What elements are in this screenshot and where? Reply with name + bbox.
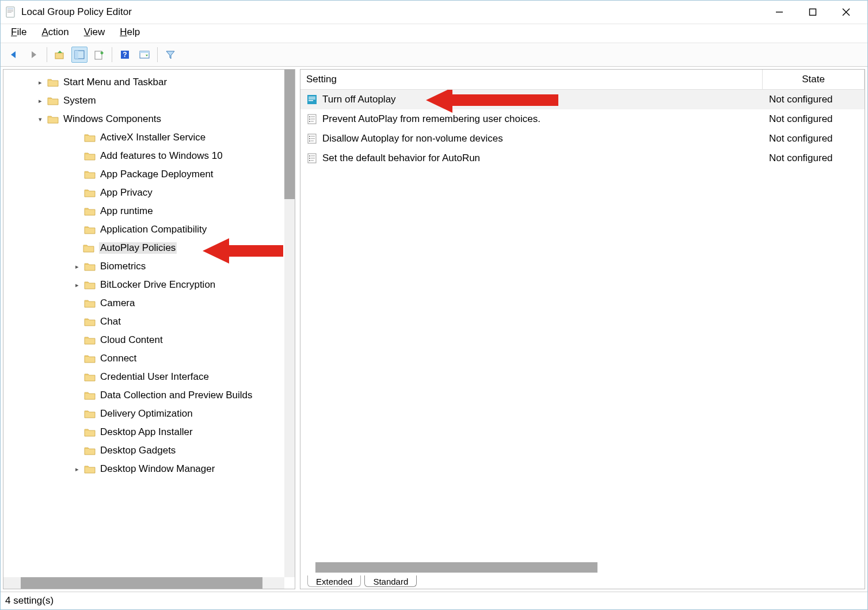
tree-item[interactable]: ▸BitLocker Drive Encryption xyxy=(3,276,295,294)
folder-icon xyxy=(84,409,96,418)
tree-item[interactable]: ▸Desktop Window Manager xyxy=(3,460,295,478)
tree-item[interactable]: Delivery Optimization xyxy=(3,405,295,423)
menu-view[interactable]: View xyxy=(84,26,105,38)
svg-rect-2 xyxy=(7,10,13,10)
minimize-button[interactable] xyxy=(763,2,796,22)
tab-standard[interactable]: Standard xyxy=(364,575,417,587)
tree-item[interactable]: Desktop App Installer xyxy=(3,423,295,441)
tree-item[interactable]: ▾Windows Components xyxy=(3,110,295,128)
tree-item[interactable]: ▸Biometrics xyxy=(3,257,295,276)
tree-hscroll-track[interactable] xyxy=(3,577,284,589)
tree-item-label: AutoPlay Policies xyxy=(99,242,177,254)
tree-hscroll-thumb[interactable] xyxy=(21,577,262,589)
tree-item[interactable]: Application Compatibility xyxy=(3,220,295,239)
expander-icon[interactable]: ▸ xyxy=(73,466,82,473)
tree-item[interactable]: App Package Deployment xyxy=(3,165,295,184)
settings-row[interactable]: Turn off AutoplayNot configured xyxy=(300,90,865,109)
tree-item[interactable]: Chat xyxy=(3,312,295,331)
tree-item-label: Chat xyxy=(100,316,121,327)
filter-button[interactable] xyxy=(162,47,178,63)
list-header: Setting State xyxy=(300,70,865,90)
folder-icon xyxy=(84,354,96,363)
menu-help[interactable]: Help xyxy=(120,26,140,38)
list-hscroll-thumb[interactable] xyxy=(315,562,597,573)
status-text: 4 setting(s) xyxy=(5,595,54,607)
export-button[interactable] xyxy=(91,47,107,63)
options-button[interactable] xyxy=(136,47,153,63)
tree-item[interactable]: Add features to Windows 10 xyxy=(3,147,295,165)
expander-icon[interactable]: ▾ xyxy=(36,116,45,123)
settings-row[interactable]: Prevent AutoPlay from remembering user c… xyxy=(300,109,865,129)
tree-item[interactable]: ActiveX Installer Service xyxy=(3,128,295,147)
tree-item[interactable]: Camera xyxy=(3,294,295,312)
forward-button[interactable] xyxy=(26,47,42,63)
tree-item-label: ActiveX Installer Service xyxy=(100,132,205,143)
tree-item[interactable]: ▸Start Menu and Taskbar xyxy=(3,73,295,92)
tree-item[interactable]: App Privacy xyxy=(3,184,295,202)
tree-item-label: Cloud Content xyxy=(100,334,163,346)
tree-item[interactable]: Connect xyxy=(3,349,295,368)
tree-item-label: Windows Components xyxy=(63,113,161,125)
show-hide-tree-button[interactable] xyxy=(71,47,87,63)
tree-item-label: Delivery Optimization xyxy=(100,408,193,420)
settings-pane: Setting State Turn off AutoplayNot confi… xyxy=(300,69,865,589)
column-setting[interactable]: Setting xyxy=(300,70,763,89)
back-button[interactable] xyxy=(6,47,22,63)
tree-item-label: Camera xyxy=(100,298,135,309)
expander-icon[interactable]: ▸ xyxy=(36,79,45,86)
tree-vscroll-thumb[interactable] xyxy=(284,70,295,199)
tree-item[interactable]: Credential User Interface xyxy=(3,368,295,386)
tree-item[interactable]: ▸System xyxy=(3,92,295,110)
svg-rect-26 xyxy=(309,121,310,122)
up-button[interactable] xyxy=(52,47,68,63)
tree-item-label: App Package Deployment xyxy=(100,169,214,180)
policy-icon xyxy=(306,94,318,105)
folder-icon xyxy=(84,207,96,216)
settings-list[interactable]: Turn off AutoplayNot configuredPrevent A… xyxy=(300,90,865,576)
setting-state: Not configured xyxy=(763,152,865,164)
expander-icon[interactable]: ▸ xyxy=(73,263,82,270)
svg-rect-39 xyxy=(311,158,315,159)
folder-icon xyxy=(47,96,59,105)
svg-rect-32 xyxy=(311,138,315,139)
tree-item[interactable]: Desktop Gadgets xyxy=(3,441,295,460)
titlebar[interactable]: Local Group Policy Editor xyxy=(1,1,867,24)
folder-icon xyxy=(84,170,96,179)
toolbar: ? xyxy=(1,43,867,67)
svg-rect-37 xyxy=(311,155,315,157)
tree-item-label: Add features to Windows 10 xyxy=(100,150,223,162)
app-icon xyxy=(5,6,17,18)
folder-icon xyxy=(84,317,96,326)
expander-icon[interactable]: ▸ xyxy=(73,281,82,289)
settings-row[interactable]: Disallow Autoplay for non-volume devices… xyxy=(300,129,865,148)
tree-item-label: Desktop Window Manager xyxy=(100,463,215,475)
svg-rect-23 xyxy=(311,116,315,117)
setting-state: Not configured xyxy=(763,133,865,144)
help-button[interactable]: ? xyxy=(117,47,133,63)
menu-action[interactable]: Action xyxy=(41,26,68,38)
tree-item[interactable]: AutoPlay Policies xyxy=(3,239,295,257)
svg-rect-11 xyxy=(75,51,78,59)
close-button[interactable] xyxy=(829,2,863,22)
tree-item-label: Desktop App Installer xyxy=(100,426,193,438)
svg-rect-33 xyxy=(309,140,310,142)
tree-item[interactable]: App runtime xyxy=(3,202,295,220)
tree-item-label: System xyxy=(63,95,96,106)
maximize-button[interactable] xyxy=(796,2,829,22)
tab-extended[interactable]: Extended xyxy=(307,575,361,587)
svg-rect-40 xyxy=(309,160,310,161)
tree-item[interactable]: Data Collection and Preview Builds xyxy=(3,386,295,405)
menu-file[interactable]: File xyxy=(11,26,26,38)
menubar: File Action View Help xyxy=(1,24,867,43)
svg-rect-29 xyxy=(309,136,310,137)
tree-item-label: Connect xyxy=(100,353,136,364)
policy-tree[interactable]: ▸Start Menu and Taskbar▸System▾Windows C… xyxy=(3,70,295,589)
settings-row[interactable]: Set the default behavior for AutoRunNot … xyxy=(300,148,865,168)
setting-name: Turn off Autoplay xyxy=(322,94,396,105)
expander-icon[interactable]: ▸ xyxy=(36,97,45,105)
setting-name: Disallow Autoplay for non-volume devices xyxy=(322,133,503,144)
tree-item[interactable]: Cloud Content xyxy=(3,331,295,349)
tree-vscroll-track[interactable] xyxy=(284,70,295,577)
column-state[interactable]: State xyxy=(763,70,865,89)
tree-item-label: Application Compatibility xyxy=(100,224,207,235)
